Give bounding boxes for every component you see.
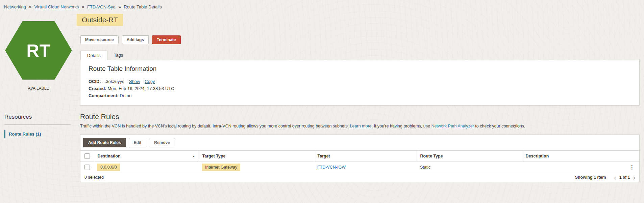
resources-heading: Resources [4, 114, 32, 120]
route-rules-description: Traffic within the VCN is handled by the… [80, 124, 525, 128]
breadcrumb-separator: » [82, 4, 84, 9]
edit-button[interactable]: Edit [129, 138, 147, 147]
column-header-target-type[interactable]: Target Type [199, 151, 314, 162]
description-text-3: to check your connections. [475, 124, 525, 128]
breadcrumb-separator: » [29, 4, 31, 9]
breadcrumb-current-page: Route Table Details [124, 4, 162, 9]
description-text-1: Traffic within the VCN is handled by the… [80, 124, 349, 128]
table-footer: 0 selected Showing 1 item ‹ 1 of 1 › [80, 173, 639, 182]
chevron-left-icon[interactable]: ‹ [614, 175, 616, 180]
row-actions-kebab-icon[interactable]: ⋮ [628, 164, 636, 170]
network-path-analyzer-link[interactable]: Network Path Analyzer [431, 124, 474, 128]
route-rules-table: Destination ▲ Target Type Target Route T… [80, 150, 639, 173]
add-tags-button[interactable]: Add tags [122, 35, 149, 44]
breadcrumb-link-vcn[interactable]: FTD-VCN-Syd [87, 4, 116, 9]
ocid-show-link[interactable]: Show [129, 79, 140, 84]
target-cell: FTD-VCN-IGW [314, 162, 417, 173]
terminate-button[interactable]: Terminate [152, 35, 180, 44]
select-all-header-cell [80, 151, 94, 162]
page-title: Outside-RT [77, 14, 123, 26]
table-row: 0.0.0.0/0 Internet Gateway FTD-VCN-IGW S… [80, 162, 639, 173]
showing-count: Showing 1 item [575, 175, 606, 180]
route-rules-toolbar: Add Route Rules Edit Remove [80, 135, 639, 150]
hexagon-rt-label: RT [26, 40, 50, 61]
tab-tags[interactable]: Tags [107, 51, 129, 60]
created-field: Created: Mon, Feb 19, 2024, 17:38:53 UTC [89, 85, 631, 92]
route-type-cell: Static [417, 162, 522, 173]
target-type-cell: Internet Gateway [199, 162, 314, 173]
target-type-value: Internet Gateway [202, 164, 240, 171]
breadcrumb-link-virtual-cloud-networks[interactable]: Virtual Cloud Networks [34, 4, 79, 9]
details-tabs: Details Tags [80, 51, 129, 60]
description-text-2: If you're having problems, use [374, 124, 430, 128]
column-header-description[interactable]: Description [522, 151, 639, 162]
tab-details[interactable]: Details [80, 51, 107, 60]
compartment-label: Compartment: [89, 93, 119, 98]
breadcrumb-separator: » [118, 4, 121, 9]
sidebar-item-route-rules[interactable]: Route Rules (1) [4, 130, 41, 138]
ocid-copy-link[interactable]: Copy [145, 79, 155, 84]
target-link[interactable]: FTD-VCN-IGW [317, 165, 346, 170]
row-select-cell [80, 162, 94, 173]
resources-divider [4, 124, 71, 125]
header-actions: Move resource Add tags Terminate [80, 35, 181, 44]
row-checkbox[interactable] [84, 165, 90, 170]
route-rules-heading: Route Rules [80, 113, 119, 121]
footer-right: Showing 1 item ‹ 1 of 1 › [575, 175, 635, 180]
route-rules-card: Add Route Rules Edit Remove Destination … [80, 134, 640, 182]
sort-ascending-icon[interactable]: ▲ [193, 155, 195, 158]
select-all-checkbox[interactable] [84, 153, 90, 159]
column-header-route-type[interactable]: Route Type [417, 151, 522, 162]
pagination: ‹ 1 of 1 › [614, 175, 635, 180]
selected-count: 0 selected [84, 175, 104, 180]
created-value: Mon, Feb 19, 2024, 17:38:53 UTC [107, 86, 174, 91]
column-header-target[interactable]: Target [314, 151, 417, 162]
breadcrumb-link-networking[interactable]: Networking [4, 4, 26, 9]
table-header-row: Destination ▲ Target Type Target Route T… [80, 151, 639, 162]
remove-button[interactable]: Remove [149, 138, 175, 147]
compartment-value: Demo [120, 93, 131, 98]
destination-value: 0.0.0.0/0 [97, 164, 120, 171]
ocid-field: OCID: ...3okzuyyq Show Copy [89, 78, 631, 85]
route-table-hexagon-icon: RT [5, 21, 72, 80]
route-table-information-heading: Route Table Information [89, 65, 631, 72]
column-header-destination[interactable]: Destination ▲ [94, 151, 199, 162]
destination-header-label: Destination [98, 154, 121, 158]
add-route-rules-button[interactable]: Add Route Rules [83, 138, 126, 147]
ocid-value: ...3okzuyyq [102, 79, 124, 84]
move-resource-button[interactable]: Move resource [80, 35, 119, 44]
breadcrumb: Networking » Virtual Cloud Networks » FT… [4, 4, 162, 9]
page-indicator: 1 of 1 [619, 175, 630, 180]
learn-more-link[interactable]: Learn more. [350, 124, 373, 128]
description-cell: ⋮ [522, 162, 639, 173]
details-panel: Route Table Information OCID: ...3okzuyy… [80, 60, 640, 106]
ocid-label: OCID: [89, 79, 101, 84]
created-label: Created: [89, 86, 106, 91]
chevron-right-icon[interactable]: › [633, 175, 635, 180]
compartment-field: Compartment: Demo [89, 92, 631, 99]
status-badge: AVAILABLE [5, 86, 72, 91]
destination-cell: 0.0.0.0/0 [94, 162, 199, 173]
